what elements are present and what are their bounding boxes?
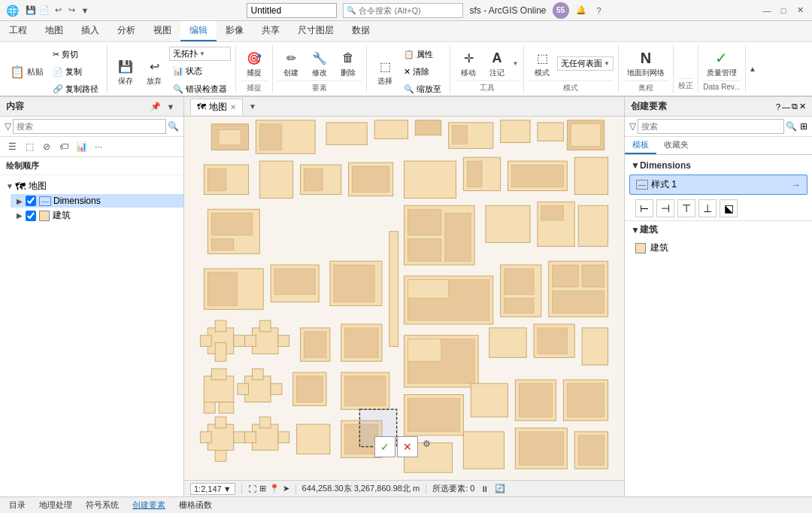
close-btn[interactable]: ✕ xyxy=(794,5,806,17)
bottom-tab-create-features[interactable]: 创建要素 xyxy=(126,498,171,512)
pin-panel-btn[interactable]: 📌 xyxy=(149,100,162,114)
dim-tool-2[interactable]: ⊣ xyxy=(656,199,674,217)
dimensions-visibility-checkbox[interactable] xyxy=(26,196,36,206)
left-panel-settings-btn[interactable]: ▼ xyxy=(164,100,177,114)
error-inspector-btn[interactable]: 🔍 错误检查器 xyxy=(169,81,231,97)
buildings-visibility-checkbox[interactable] xyxy=(26,211,36,221)
scale-dropdown[interactable]: 1:2,147 ▼ xyxy=(190,483,235,495)
annotation-btn[interactable]: A 注记 xyxy=(483,47,511,80)
tab-map[interactable]: 地图 xyxy=(36,21,72,41)
bottom-tab-raster-functions[interactable]: 栅格函数 xyxy=(173,498,218,512)
bottom-tab-geoprocessing[interactable]: 地理处理 xyxy=(33,498,78,512)
status-btn[interactable]: 📊 状态 xyxy=(169,63,231,79)
create-feature-btn[interactable]: ✏ 创建 xyxy=(277,47,304,80)
help-btn[interactable]: ? xyxy=(593,5,605,17)
minimize-btn[interactable]: — xyxy=(761,5,773,17)
map-tab-close-btn[interactable]: ✕ xyxy=(230,103,236,111)
select-btn[interactable]: ⬚ 选择 xyxy=(371,55,398,89)
right-panel-close-btn[interactable]: ✕ xyxy=(799,102,806,111)
style1-template-item[interactable]: — 样式 1 → xyxy=(629,175,807,195)
cut-btn[interactable]: ✂剪切 xyxy=(49,47,102,62)
global-search-input[interactable] xyxy=(359,6,456,15)
pause-btn[interactable]: ⏸ xyxy=(480,484,489,493)
pan-icon[interactable]: ⛶ xyxy=(248,484,256,493)
location-icon[interactable]: 📍 xyxy=(269,484,280,493)
dimensions-expand-icon[interactable]: ▶ xyxy=(17,197,26,205)
undo-quick-btn[interactable]: ↩ xyxy=(52,5,64,17)
snap-btn[interactable]: 🎯 捕捉 xyxy=(241,47,268,80)
notification-bell-icon[interactable]: 🔔 xyxy=(575,5,587,17)
content-tool-slash-icon[interactable]: ⊘ xyxy=(39,139,54,154)
tab-view[interactable]: 视图 xyxy=(144,21,180,41)
map-tab-item[interactable]: 🗺 地图 ✕ xyxy=(190,99,243,115)
tab-edit[interactable]: 编辑 xyxy=(180,21,217,41)
new-quick-btn[interactable]: 📄 xyxy=(38,5,50,17)
redo-quick-btn[interactable]: ↪ xyxy=(65,5,77,17)
content-tool-list-icon[interactable]: ☰ xyxy=(5,139,20,154)
zoom-in-icon[interactable]: ⊞ xyxy=(259,484,266,493)
move-btn[interactable]: ✛ 移动 xyxy=(455,47,482,80)
edit-settings-btn[interactable]: ⚙ xyxy=(420,436,435,451)
template-tab[interactable]: 模板 xyxy=(625,137,656,154)
attributes-btn[interactable]: 📋属性 xyxy=(400,47,445,62)
dim-tool-3[interactable]: ⊤ xyxy=(677,199,695,217)
tree-item-dimensions[interactable]: ▶ — Dimensions xyxy=(11,194,183,208)
dim-tool-5[interactable]: ⬕ xyxy=(720,199,738,217)
quick-access-dropdown[interactable]: ▼ xyxy=(79,5,91,17)
buildings-template-header[interactable]: ▼ 建筑 xyxy=(625,220,812,238)
map-canvas[interactable]: ✓ ✕ ⚙ xyxy=(184,117,624,480)
tab-dimension[interactable]: 尺寸图层 xyxy=(289,21,343,41)
save-quick-btn[interactable]: 💾 xyxy=(25,5,37,17)
content-tool-more-icon[interactable]: ··· xyxy=(91,139,106,154)
ribbon-expand-btn[interactable]: ▲ xyxy=(746,45,759,93)
right-panel-help-btn[interactable]: ? xyxy=(776,102,780,111)
user-avatar[interactable]: 55 xyxy=(553,2,569,19)
tree-item-buildings[interactable]: ▶ 建筑 xyxy=(11,208,183,223)
copy-btn[interactable]: 📄复制 xyxy=(49,64,102,80)
tab-project[interactable]: 工程 xyxy=(0,21,36,41)
delete-feature-btn[interactable]: 🗑 删除 xyxy=(335,47,362,80)
topology-dropdown[interactable]: 无拓扑 ▼ xyxy=(169,47,231,61)
content-tool-label-icon[interactable]: 🏷 xyxy=(56,139,71,154)
mode-btn[interactable]: ⬚ 模式 xyxy=(529,47,556,80)
maximize-btn[interactable]: □ xyxy=(777,5,789,17)
bottom-tab-symbology[interactable]: 符号系统 xyxy=(80,498,125,512)
tab-data[interactable]: 数据 xyxy=(343,21,379,41)
paste-btn[interactable]: 📋 粘贴 xyxy=(5,61,47,83)
right-panel-detach-btn[interactable]: ⧉ xyxy=(792,102,798,111)
dimensions-template-header[interactable]: ▼ Dimensions xyxy=(625,158,812,173)
cancel-edit-btn[interactable]: ✕ xyxy=(397,436,418,457)
save-edits-btn[interactable]: 💾 保存 xyxy=(112,55,139,89)
tab-analysis[interactable]: 分析 xyxy=(108,21,144,41)
right-panel-grid-view-btn[interactable]: ⊞ xyxy=(800,121,807,132)
tree-item-map[interactable]: ▼ 🗺 地图 xyxy=(0,178,183,194)
favorites-tab[interactable]: 收藏夹 xyxy=(656,137,696,154)
map-tab-dropdown-icon[interactable]: ▼ xyxy=(249,102,256,111)
content-tool-box-icon[interactable]: ⬚ xyxy=(22,139,37,154)
tab-imagery[interactable]: 影像 xyxy=(217,21,253,41)
bottom-tab-catalog[interactable]: 目录 xyxy=(3,498,32,512)
zoom-to-btn[interactable]: 🔍缩放至 xyxy=(400,81,445,97)
right-panel-search-input[interactable] xyxy=(638,119,784,134)
buildings-expand-icon[interactable]: ▶ xyxy=(17,211,26,220)
ground-network-btn[interactable]: N 地面到网络 xyxy=(623,47,668,80)
content-tool-chart-icon[interactable]: 📊 xyxy=(74,139,89,154)
surface-dropdown[interactable]: 无任何表面 ▼ xyxy=(557,56,614,71)
discard-edits-btn[interactable]: ↩ 放弃 xyxy=(141,55,168,89)
document-title-input[interactable]: Untitled xyxy=(247,3,337,18)
left-panel-search-input[interactable] xyxy=(13,119,166,134)
dim-tool-4[interactable]: ⊥ xyxy=(698,199,717,217)
navigate-icon[interactable]: ➤ xyxy=(283,484,289,493)
right-panel-collapse-btn[interactable]: — xyxy=(782,102,790,111)
confirm-edit-btn[interactable]: ✓ xyxy=(374,436,395,457)
refresh-btn[interactable]: 🔄 xyxy=(495,484,505,493)
tab-insert[interactable]: 插入 xyxy=(72,21,108,41)
quality-mgmt-btn[interactable]: ✓ 质量管理 xyxy=(703,47,741,80)
dim-tool-1[interactable]: ⊢ xyxy=(635,199,653,217)
map-expand-icon[interactable]: ▼ xyxy=(6,182,15,190)
modify-feature-btn[interactable]: 🔧 修改 xyxy=(306,47,333,80)
copy-path-btn[interactable]: 🔗复制路径 xyxy=(49,81,102,97)
tab-share[interactable]: 共享 xyxy=(253,21,289,41)
clear-selection-btn[interactable]: ✕清除 xyxy=(400,64,445,80)
building-template-item[interactable]: 建筑 xyxy=(625,238,812,257)
